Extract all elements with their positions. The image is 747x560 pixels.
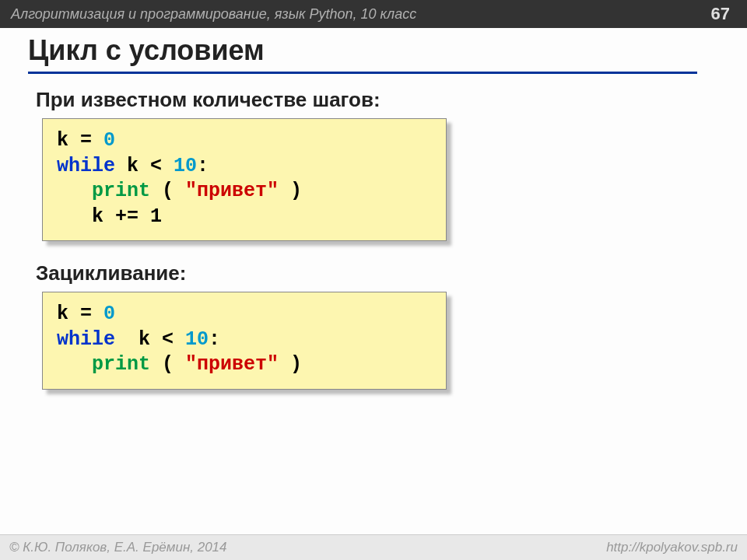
- footer-url: http://kpolyakov.spb.ru: [606, 540, 738, 555]
- code-line: print ( "привет" ): [57, 352, 432, 378]
- code-line: while k < 10:: [57, 327, 432, 353]
- code-line: k = 0: [57, 302, 432, 327]
- footer-authors: © К.Ю. Поляков, Е.А. Ерёмин, 2014: [9, 540, 227, 555]
- section1-heading: При известном количестве шагов:: [36, 88, 719, 112]
- section2-heading: Зацикливание:: [36, 261, 719, 285]
- page-number: 67: [705, 4, 736, 24]
- header-bar: Алгоритмизация и программирование, язык …: [0, 0, 747, 28]
- code-block-1: k = 0 while k < 10: print ( "привет" ) k…: [42, 118, 447, 241]
- code-line: while k < 10:: [57, 154, 432, 180]
- slide-title: Цикл с условием: [28, 34, 697, 74]
- code-line: print ( "привет" ): [57, 179, 432, 205]
- code-block-2: k = 0 while k < 10: print ( "привет" ): [42, 292, 447, 390]
- code-line: k = 0: [57, 128, 432, 154]
- footer-bar: © К.Ю. Поляков, Е.А. Ерёмин, 2014 http:/…: [0, 534, 747, 560]
- course-title: Алгоритмизация и программирование, язык …: [11, 6, 416, 23]
- code-line: k += 1: [57, 205, 432, 230]
- slide-content: Цикл с условием При известном количестве…: [0, 28, 747, 390]
